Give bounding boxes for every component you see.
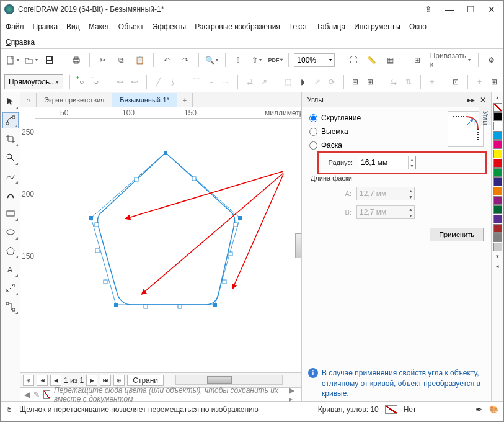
bbox-icon[interactable]: ⊞	[489, 74, 500, 89]
docker-close-icon[interactable]: ✕	[480, 96, 486, 104]
color-swatch-13[interactable]	[493, 233, 502, 242]
reduce-nodes-icon[interactable]: +	[474, 74, 485, 89]
grid-button[interactable]: ▦	[382, 52, 399, 68]
cut-button[interactable]: ✂	[95, 52, 111, 68]
document-palette[interactable]: ◀ ✎ Перетащите сюда цвета (или объекты),…	[20, 387, 301, 401]
page-prev-button[interactable]: ◀	[50, 375, 61, 386]
reflect-v-icon[interactable]: ⇅	[403, 74, 414, 89]
freehand-tool[interactable]	[2, 168, 19, 184]
page-first-button[interactable]: ⏮	[37, 375, 48, 386]
shape-tool[interactable]	[2, 112, 19, 128]
color-swatch-0[interactable]	[493, 112, 502, 121]
color-swatch-6[interactable]	[493, 168, 502, 177]
tab-home-icon[interactable]: ⌂	[20, 93, 37, 107]
ruler-vertical[interactable]: 250 200 150	[20, 119, 35, 372]
menu-effects[interactable]: Эффекты	[153, 22, 187, 31]
extend-icon[interactable]: ↗	[259, 74, 270, 89]
radio-chamfer[interactable]	[309, 141, 317, 150]
radius-input[interactable]: 16,1 мм ▲▼	[358, 156, 416, 169]
elastic-icon[interactable]: +	[427, 74, 438, 89]
new-button[interactable]	[4, 52, 20, 68]
close-button[interactable]: ✕	[484, 4, 500, 15]
page-next-button[interactable]: ▶	[86, 375, 97, 386]
node-add-icon[interactable]: ○+	[76, 74, 87, 89]
ruler-horizontal[interactable]: 50 100 150 миллиметры	[35, 107, 301, 119]
color-swatch-4[interactable]	[493, 150, 502, 158]
color-swatch-9[interactable]	[493, 196, 502, 205]
cusp-icon[interactable]: ⌒	[191, 74, 202, 89]
page-last-button[interactable]: ⏭	[100, 375, 111, 386]
apply-button[interactable]: Применить	[430, 228, 484, 241]
copy-button[interactable]: ⧉	[113, 52, 130, 68]
menu-bitmaps[interactable]: Растровые изображения	[195, 22, 280, 31]
color-swatch-14[interactable]	[493, 243, 502, 251]
rotate-icon[interactable]: ⟳	[326, 74, 337, 89]
paste-button[interactable]: 📋	[132, 52, 148, 68]
canvas-scroll-handle[interactable]	[295, 233, 301, 258]
text-tool[interactable]: A	[2, 261, 19, 277]
color-swatch-1[interactable]	[493, 122, 502, 130]
align-nodes-v-icon[interactable]: ⊞	[365, 74, 376, 89]
menu-layout[interactable]: Макет	[89, 22, 110, 31]
color-swatch-11[interactable]	[493, 215, 502, 223]
to-line-icon[interactable]: ╱	[153, 74, 164, 89]
color-swatch-8[interactable]	[493, 187, 502, 195]
cloud-icon[interactable]: ⇪	[420, 4, 436, 15]
palette-up-icon[interactable]: ▴	[496, 92, 499, 102]
rectangle-tool[interactable]	[2, 205, 19, 222]
docker-side-tab[interactable]: Углы	[479, 107, 491, 125]
menu-window[interactable]: Окно	[409, 22, 427, 31]
extract-icon[interactable]: ⬚	[283, 74, 294, 89]
search-button[interactable]: 🔍	[204, 52, 220, 68]
radio-fillet[interactable]	[309, 114, 317, 122]
tab-document[interactable]: Безымянный-1*	[112, 93, 177, 107]
status-fill-swatch[interactable]	[385, 405, 397, 414]
artistic-media-tool[interactable]	[2, 187, 19, 203]
menu-table[interactable]: Таблица	[316, 22, 345, 31]
palette-down-icon[interactable]: ▾	[496, 251, 499, 261]
export-button[interactable]: ⇧	[249, 52, 265, 68]
options-button[interactable]: ⚙	[484, 52, 500, 68]
menu-view[interactable]: Вид	[66, 22, 80, 31]
close-curve-icon[interactable]: ◗	[297, 74, 308, 89]
status-palette-icon[interactable]: 🎨	[489, 405, 498, 414]
tab-add[interactable]: +	[177, 93, 193, 107]
color-swatch-5[interactable]	[493, 159, 502, 168]
status-outline-icon[interactable]: ✒	[475, 405, 483, 415]
node-join-icon[interactable]: ⊶	[115, 74, 126, 89]
symm-icon[interactable]: ⌣	[221, 74, 232, 89]
undo-button[interactable]: ↶	[159, 52, 175, 68]
menu-edit[interactable]: Правка	[33, 22, 58, 31]
node-break-icon[interactable]: ⊷	[129, 74, 140, 89]
fullscreen-button[interactable]: ⛶	[345, 52, 361, 68]
shape-preset-combo[interactable]: Прямоуголь...	[4, 74, 63, 89]
guide-button[interactable]: ⊞	[409, 52, 425, 68]
color-swatch-12[interactable]	[493, 224, 502, 233]
stretch-icon[interactable]: ⤢	[312, 74, 323, 89]
polygon-tool[interactable]	[2, 243, 19, 259]
swatch-none[interactable]	[493, 103, 502, 112]
docker-collapse-icon[interactable]: ▸▸	[467, 96, 475, 104]
menu-text[interactable]: Текст	[289, 22, 307, 31]
no-fill-swatch[interactable]	[43, 390, 50, 399]
page-add-button[interactable]: ⊕	[23, 375, 34, 386]
page-add2-button[interactable]: ⊕	[113, 375, 125, 386]
tab-welcome[interactable]: Экран приветствия	[37, 93, 112, 107]
eyedropper-icon[interactable]: ✎	[33, 390, 40, 399]
redo-button[interactable]: ↷	[177, 52, 193, 68]
open-button[interactable]	[23, 52, 39, 68]
h-scrollbar[interactable]	[175, 375, 283, 385]
reflect-h-icon[interactable]: ⇆	[388, 74, 399, 89]
color-swatch-2[interactable]	[493, 131, 502, 140]
parallel-dim-tool[interactable]	[2, 280, 19, 296]
smooth-icon[interactable]: ⌢	[206, 74, 217, 89]
crop-tool[interactable]	[2, 131, 19, 147]
reverse-icon[interactable]: ⇄	[244, 74, 255, 89]
shape-curve[interactable]	[97, 153, 234, 305]
snap-button[interactable]: Привязать к	[428, 52, 473, 68]
select-all-nodes-icon[interactable]: ⊡	[451, 74, 462, 89]
pick-tool[interactable]	[2, 94, 19, 110]
color-swatch-7[interactable]	[493, 177, 502, 186]
radio-scallop[interactable]	[309, 128, 317, 136]
rulers-button[interactable]: 📏	[364, 52, 380, 68]
